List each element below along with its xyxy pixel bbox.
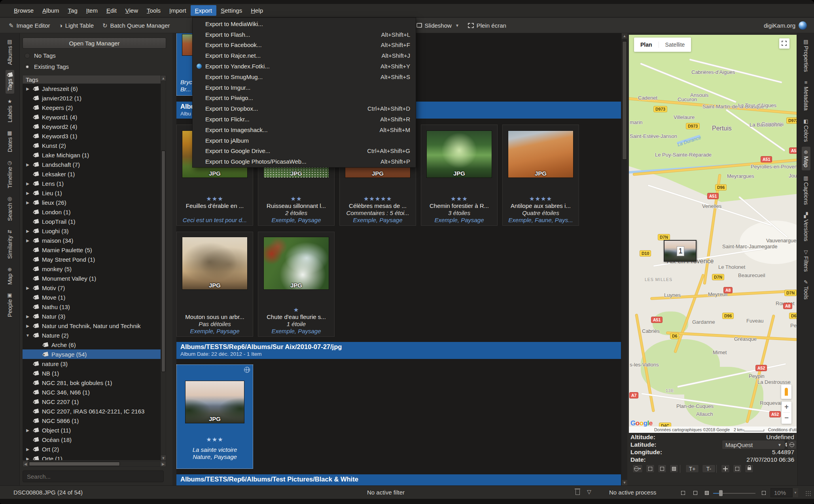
map-mode-satellite-button[interactable]: Satellite xyxy=(659,42,691,48)
tag-tree-row[interactable]: nature (3) xyxy=(23,359,161,368)
sidebar-tab-search[interactable]: ◎Search xyxy=(6,193,14,224)
region-select-button[interactable] xyxy=(733,464,742,473)
tag-tree-row[interactable]: Move (1) xyxy=(23,293,161,302)
scroll-left-icon[interactable]: ◀ xyxy=(23,461,28,466)
sidebar-tab-properties[interactable]: ▤Properties xyxy=(802,36,810,75)
expand-icon[interactable]: ▶ xyxy=(25,200,30,205)
star-rating[interactable]: ★★★★ xyxy=(529,195,552,202)
star-rating[interactable]: ★★ xyxy=(291,195,302,202)
expand-icon[interactable]: ▶ xyxy=(25,162,30,167)
export-menu-item[interactable]: Export to Piwigo... xyxy=(193,93,416,104)
expand-icon[interactable]: ▶ xyxy=(25,191,30,195)
scroll-right-icon[interactable]: ▶ xyxy=(161,461,166,466)
collapse-icon[interactable]: ▼ xyxy=(25,333,30,338)
tag-tree-row[interactable]: Lake Michigan (1) xyxy=(23,150,161,160)
zoom-slider-handle[interactable] xyxy=(719,490,723,496)
tag-tree-row[interactable]: ▶Lieu (1) xyxy=(23,188,161,198)
scroll-down-icon[interactable]: ▼ xyxy=(622,480,627,485)
menubar-item-export[interactable]: Export xyxy=(191,5,216,16)
export-menu-item[interactable]: Export to Rajce.net...Alt+Shift+J xyxy=(193,50,416,61)
export-menu-item[interactable]: Export to Facebook...Alt+Shift+F xyxy=(193,40,416,51)
tag-tree-row[interactable]: NGC 5866 (1) xyxy=(23,416,161,425)
sidebar-tab-dates[interactable]: ▦Dates xyxy=(6,128,14,155)
tag-tree-row[interactable]: ▶Natur (3) xyxy=(23,311,161,321)
tag-tree-row[interactable]: ▶Natur und Technik, Natur und Technik xyxy=(23,321,161,330)
tag-tree-row[interactable]: Leksaker (1) xyxy=(23,169,161,179)
tag-tree-row[interactable]: Kunst (2) xyxy=(23,141,161,150)
photo-card-selected[interactable]: JPG ★★★ La sainte victoire Nature, Paysa… xyxy=(176,364,253,469)
map-mode-plan-button[interactable]: Plan xyxy=(634,42,659,48)
map-provider-select[interactable]: MapQuest ▼ xyxy=(722,440,785,449)
tag-tree-row[interactable]: NGC 346, N66 (1) xyxy=(23,387,161,397)
expand-icon[interactable]: ▶ xyxy=(25,181,30,186)
sidebar-tab-tools[interactable]: ✎Tools xyxy=(802,277,810,302)
export-menu-item[interactable]: Export to Dropbox...Ctrl+Alt+Shift+D xyxy=(193,103,416,114)
scrollbar-thumb[interactable] xyxy=(622,41,627,160)
zoom-dropdown-icon[interactable]: ▼ xyxy=(793,488,798,497)
fit-window-icon[interactable] xyxy=(693,489,697,496)
fullscreen-button[interactable]: Plein écran xyxy=(468,22,506,29)
sidebar-tab-map[interactable]: ⊕Map xyxy=(802,147,810,170)
photo-card[interactable]: JPG★★★Chemin forestier à R...3 étoilesEx… xyxy=(421,125,498,226)
zoom-in-button[interactable]: + xyxy=(782,402,791,412)
photo-card[interactable]: JPG★★★★Antilope aux sabres i...Quatre ét… xyxy=(502,125,579,226)
scrollbar-thumb[interactable] xyxy=(29,462,120,466)
expand-icon[interactable]: ▶ xyxy=(25,314,30,319)
increase-thumb-button[interactable]: T+ xyxy=(685,464,699,473)
expand-icon[interactable]: ▶ xyxy=(25,457,30,461)
image-editor-button[interactable]: ✎ Image Editor xyxy=(9,22,50,29)
menubar-item-tag[interactable]: Tag xyxy=(64,5,82,16)
sidebar-tab-filters[interactable]: ▽Filters xyxy=(802,247,810,274)
menubar-item-browse[interactable]: Browse xyxy=(9,5,38,16)
tag-tree-row[interactable]: Keepers (2) xyxy=(23,103,161,112)
tag-tree-row[interactable]: Mamie Paulette (5) xyxy=(23,245,161,255)
tag-tree-row[interactable]: NGC 2207 (1) xyxy=(23,397,161,406)
tag-tree-row[interactable]: ▶Lens (1) xyxy=(23,179,161,188)
map-provider-globe-button[interactable] xyxy=(787,440,797,449)
menubar-item-tools[interactable]: Tools xyxy=(142,5,165,16)
export-menu-item[interactable]: Export to Imageshack...Alt+Shift+M xyxy=(193,125,416,135)
resize-grip[interactable] xyxy=(805,491,811,496)
tag-tree-row[interactable]: NGC 2207, IRAS 06142-2121, IC 2163 xyxy=(23,406,161,416)
menubar-item-edit[interactable]: Edit xyxy=(102,5,121,16)
scroll-up-icon[interactable]: ▲ xyxy=(622,33,627,39)
export-menu-item[interactable]: Export to SmugMug...Alt+Shift+S xyxy=(193,72,416,82)
export-menu-item[interactable]: Export to Yandex.Fotki...Alt+Shift+Y xyxy=(193,61,416,72)
sidebar-tab-colors[interactable]: ◧Colors xyxy=(802,116,810,145)
expand-icon[interactable]: ▶ xyxy=(25,286,30,290)
tag-tree-horizontal-scrollbar[interactable]: ◀ ▶ xyxy=(23,461,166,467)
tag-tree-row[interactable]: Keyword2 (4) xyxy=(23,122,161,131)
fit-select-icon[interactable] xyxy=(681,489,685,496)
tag-tree-row[interactable]: Nathu (13) xyxy=(23,302,161,311)
zoom-100-icon[interactable] xyxy=(705,489,709,496)
map-backend-globe-button[interactable]: ▼ xyxy=(632,464,643,473)
expand-icon[interactable]: ▶ xyxy=(25,229,30,233)
tag-tree-row[interactable]: ▶Orte (1) xyxy=(23,454,161,460)
sidebar-tab-timeline[interactable]: ◷Timeline xyxy=(6,157,14,191)
tag-tree-row[interactable]: ▶Ort (2) xyxy=(23,444,161,454)
sidebar-tab-similarity[interactable]: ⇆Similarity xyxy=(6,226,14,262)
tag-tree-row[interactable]: janvier2012 (1) xyxy=(23,93,161,103)
star-rating[interactable]: ★★★★★ xyxy=(363,195,392,202)
tag-tree-row[interactable]: NB (1) xyxy=(23,368,161,378)
tag-tree-row[interactable]: Arche (6) xyxy=(23,340,161,349)
expand-icon[interactable]: ▶ xyxy=(25,447,30,451)
tag-tree-row[interactable]: London (1) xyxy=(23,207,161,217)
light-table-button[interactable]: ◑ Light Table xyxy=(59,22,94,29)
terms-link[interactable]: Conditions d'utilisation xyxy=(768,427,797,432)
sidebar-tab-versions[interactable]: ▞Versions xyxy=(802,210,810,244)
scrollbar-thumb[interactable] xyxy=(161,151,165,372)
star-rating[interactable]: ★ xyxy=(293,306,299,313)
tag-tree-row[interactable]: ▶Object (11) xyxy=(23,425,161,435)
map-fullscreen-button[interactable] xyxy=(779,38,789,49)
radio-no-tags[interactable]: No Tags xyxy=(25,52,56,59)
tag-tree-row[interactable]: monkey (5) xyxy=(23,264,161,274)
zoom-out-button[interactable]: − xyxy=(782,413,791,423)
tag-tree-vertical-scrollbar[interactable]: ▲ ▼ xyxy=(161,75,166,461)
export-menu-item[interactable]: Export to Flash...Alt+Shift+L xyxy=(193,29,416,40)
pan-mode-button[interactable] xyxy=(721,464,730,473)
tag-tree-row[interactable]: Monument Valley (1) xyxy=(23,274,161,283)
panel-splitter[interactable] xyxy=(172,33,176,485)
tag-tree-row[interactable]: ▶Motiv (7) xyxy=(23,283,161,293)
tag-search-input[interactable] xyxy=(23,470,164,482)
